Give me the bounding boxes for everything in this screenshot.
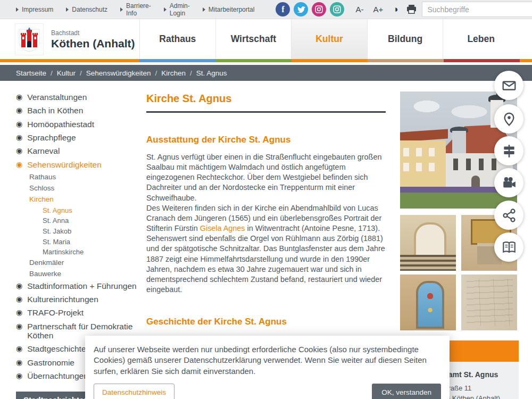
bullet-icon: ◉: [16, 161, 22, 170]
sidebar-item-sprachpflege[interactable]: ◉Sprachpflege: [16, 133, 143, 142]
sidebar-item-sehenswuerdigkeiten[interactable]: ◉Sehenswürdigkeiten: [16, 160, 143, 169]
tab-bildung[interactable]: Bildung: [367, 19, 443, 59]
sidebar-item-veranstaltungen[interactable]: ◉Veranstaltungen: [16, 93, 143, 102]
crumb-kirchen[interactable]: Kirchen: [161, 69, 186, 77]
bullet-icon: ◉: [16, 134, 22, 143]
bullet-icon: ◉: [16, 322, 22, 341]
tab-leben[interactable]: Leben: [443, 19, 519, 59]
location-button[interactable]: [494, 104, 523, 134]
crumb-st-agnus[interactable]: St. Agnus: [196, 69, 227, 77]
crumb-startseite[interactable]: Startseite: [16, 69, 46, 77]
share-button[interactable]: [494, 201, 523, 230]
bullet-icon: ◉: [16, 359, 22, 368]
link-barriere-info[interactable]: Barriere-Info: [120, 2, 151, 17]
instagram-teal-icon[interactable]: [330, 2, 344, 16]
cookie-text: Auf unserer Webseite werden nur unbeding…: [94, 344, 441, 377]
sidebar-item-st-agnus[interactable]: St. Agnus: [43, 207, 143, 214]
site-header: Bachstadt Köthen (Anhalt) Rathaus Wirtsc…: [0, 19, 532, 59]
sidebar-item-kultureinrichtungen[interactable]: ◉Kultureinrichtungen: [16, 295, 143, 304]
link-admin-login[interactable]: Admin-Login: [164, 2, 190, 17]
logo-subtitle: Bachstadt: [51, 29, 135, 37]
sidebar-item-bauwerke[interactable]: Bauwerke: [29, 270, 143, 278]
signpost-button[interactable]: [494, 136, 523, 165]
sidebar-item-stadtinformation-fuehrungen[interactable]: ◉Stadtinformation + Führungen: [16, 281, 143, 290]
sidebar-item-homoeopathiestadt[interactable]: ◉Homöopathiestadt: [16, 120, 143, 129]
signpost-icon: [502, 144, 517, 159]
font-smaller-button[interactable]: A-: [355, 5, 363, 14]
instagram-icon[interactable]: [312, 2, 326, 16]
font-larger-button[interactable]: A+: [373, 5, 383, 14]
arrow-icon: [120, 7, 123, 12]
open-book-icon: [502, 240, 517, 255]
title-rule: [146, 111, 386, 113]
datenschutzhinweis-button[interactable]: Datenschutzhinweis: [94, 384, 174, 399]
page: Impressum Datenschutz Barriere-Info Admi…: [0, 0, 532, 399]
breadcrumb: Startseite / Kultur / Sehenswürdigkeiten…: [0, 65, 532, 81]
sidebar-item-trafo-projekt[interactable]: ◉TRAFO-Projekt: [16, 308, 143, 317]
sidebar-item-rathaus[interactable]: Rathaus: [29, 173, 143, 181]
facebook-icon[interactable]: f: [276, 2, 290, 16]
link-datenschutz[interactable]: Datenschutz: [66, 6, 107, 13]
cookie-banner: Auf unserer Webseite werden nur unbeding…: [85, 336, 450, 399]
map-pin-icon: [502, 112, 517, 127]
share-icon: [502, 208, 517, 223]
bullet-icon: ◉: [16, 93, 22, 102]
nav-color-strip: [0, 59, 532, 62]
bullet-icon: ◉: [16, 372, 22, 381]
sidebar-item-st-jakob[interactable]: St. Jakob: [43, 228, 143, 235]
main-navigation: Rathaus Wirtschaft Kultur Bildung Leben: [139, 19, 519, 59]
link-mitarbeiterportal[interactable]: Mitarbeiterportal: [203, 6, 255, 13]
section-heading-geschichte: Geschichte der Kirche St. Agnus: [146, 317, 386, 327]
sidebar-item-schloss[interactable]: Schloss: [29, 185, 143, 193]
photo-church-interior[interactable]: [400, 215, 456, 271]
link-impressum[interactable]: Impressum: [16, 6, 53, 13]
video-button[interactable]: [494, 168, 523, 197]
sidebar-item-martinskirche[interactable]: Martinskirche: [43, 248, 143, 256]
tab-kultur[interactable]: Kultur: [291, 19, 367, 59]
bullet-icon: ◉: [16, 282, 22, 291]
bullet-icon: ◉: [16, 106, 22, 115]
sidebar-item-denkmaeler[interactable]: Denkmäler: [29, 259, 143, 267]
paragraph-ausstattung: St. Agnus verfügt über einen in die Stra…: [146, 152, 386, 295]
sidebar-item-bach-in-koethen[interactable]: ◉Bach in Köthen: [16, 106, 143, 115]
contrast-toggle-icon[interactable]: ◑: [393, 4, 398, 15]
section-heading-ausstattung: Ausstattung der Kirche St. Agnus: [146, 135, 386, 145]
search-input[interactable]: [422, 2, 532, 17]
bullet-icon: ◉: [16, 147, 22, 156]
twitter-icon[interactable]: [294, 2, 308, 16]
top-utility-bar: Impressum Datenschutz Barriere-Info Admi…: [0, 0, 532, 19]
coat-of-arms-icon: [15, 23, 44, 55]
arrow-icon: [203, 7, 205, 12]
crumb-kultur[interactable]: Kultur: [57, 69, 76, 77]
arrow-icon: [164, 7, 167, 12]
cookie-ok-button[interactable]: OK, verstanden: [372, 384, 441, 399]
page-title: Kirche St. Agnus: [146, 93, 386, 105]
guestbook-button[interactable]: [494, 232, 523, 262]
arrow-icon: [16, 7, 19, 12]
link-gisela-agnes[interactable]: Gisela Agnes: [200, 224, 245, 232]
photo-historic-register[interactable]: [461, 275, 517, 330]
photo-stained-glass-window[interactable]: [400, 275, 456, 330]
site-search: [422, 2, 532, 17]
site-logo[interactable]: Bachstadt Köthen (Anhalt): [15, 23, 135, 55]
tab-wirtschaft[interactable]: Wirtschaft: [215, 19, 292, 59]
bullet-icon: ◉: [16, 120, 22, 129]
tab-rathaus[interactable]: Rathaus: [139, 19, 215, 59]
main-content: Kirche St. Agnus Ausstattung der Kirche …: [146, 89, 386, 375]
sidebar-item-kirchen[interactable]: Kirchen: [29, 196, 143, 204]
crumb-sehenswuerdigkeiten[interactable]: Sehenswürdigkeiten: [86, 69, 151, 77]
mail-icon: [502, 78, 517, 93]
bullet-icon: ◉: [16, 345, 22, 354]
logo-title: Köthen (Anhalt): [51, 37, 135, 50]
arrow-icon: [66, 7, 69, 12]
sidebar-item-st-maria[interactable]: St. Maria: [43, 238, 143, 246]
sidebar-item-st-anna[interactable]: St. Anna: [43, 217, 143, 225]
bullet-icon: ◉: [16, 295, 22, 304]
sidebar-item-karneval[interactable]: ◉Karneval: [16, 146, 143, 155]
print-icon[interactable]: [406, 5, 417, 14]
bullet-icon: ◉: [16, 309, 22, 318]
video-camera-icon: [502, 176, 517, 190]
contact-mail-button[interactable]: [494, 71, 523, 100]
